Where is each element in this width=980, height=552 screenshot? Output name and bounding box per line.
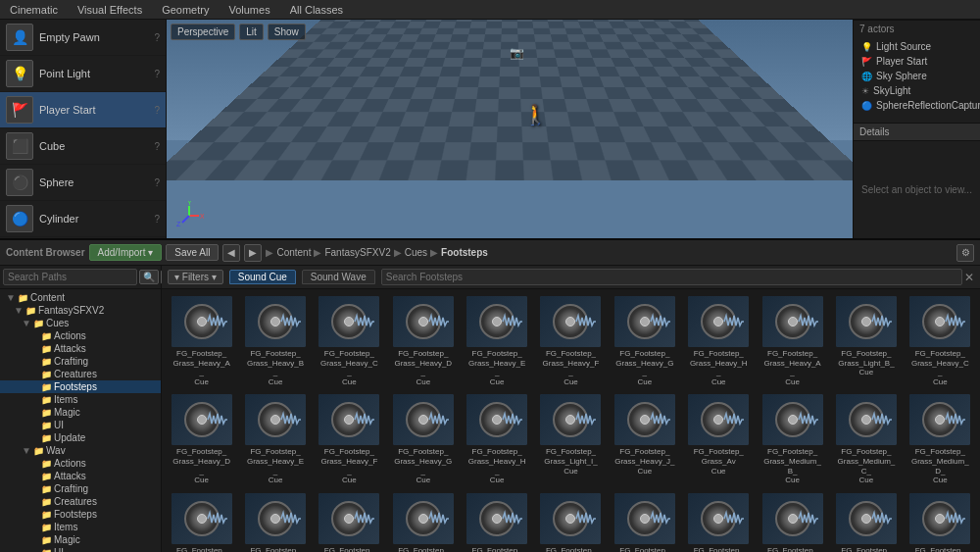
save-all-button[interactable]: Save All <box>166 244 219 261</box>
asset-item[interactable]: FG_Footstep_Grass_Medium_H_Cue <box>387 490 459 552</box>
tree-item-items[interactable]: 📁 Items <box>0 393 161 406</box>
asset-item[interactable]: FG_Footstep_Grass_Medium_E_Cue <box>905 490 976 552</box>
asset-item[interactable]: FG_Footstep_Grass_Heavy_J_Cue <box>609 391 680 487</box>
tree-label: Crafting <box>54 483 88 494</box>
breadcrumb-footsteps[interactable]: Footsteps <box>441 247 488 258</box>
asset-item[interactable]: FG_Footstep_Grass_Heavy_H_Cue <box>461 391 532 487</box>
asset-item[interactable]: FG_Footstep_Grass_Heavy_G_Cue <box>387 391 459 487</box>
world-item-player-start[interactable]: 🚩 Player Start <box>854 54 980 69</box>
topbar-item-geometry[interactable]: Geometry <box>158 2 213 18</box>
source-search-input[interactable] <box>3 269 137 285</box>
asset-item[interactable]: FG_Footstep_Grass_Light_B_Cue <box>830 293 902 389</box>
tab-sound-wave[interactable]: Sound Wave <box>302 270 375 284</box>
asset-item[interactable]: FG_Footstep_Grass_Heavy_D_Cue <box>387 293 459 389</box>
assets-grid: FG_Footstep_Grass_Heavy_A_Cue FG_Footste… <box>162 289 980 552</box>
tree-arrow: ▼ <box>22 445 31 456</box>
breadcrumb-fantasyfx[interactable]: FantasySFXV2 <box>324 247 390 258</box>
content-search-input[interactable] <box>381 269 962 285</box>
asset-item[interactable]: FG_Footstep_Grass_Heavy_F_Cue <box>535 293 607 389</box>
asset-item[interactable]: FG_Footstep_Grass_Heavy_C_Cue <box>314 293 385 389</box>
actor-item-cylinder[interactable]: 🔵 Cylinder ? <box>0 201 166 237</box>
breadcrumb-cues[interactable]: Cues <box>405 247 427 258</box>
tree-item-attacks[interactable]: 📁 Attacks <box>0 470 161 482</box>
asset-item[interactable]: FG_Footstep_Grass_Medium_K_Cue <box>609 490 680 552</box>
tree-item-ui[interactable]: 📁 UI <box>0 546 161 552</box>
tree-item-footsteps[interactable]: 📁 Footsteps <box>0 380 161 393</box>
tree-item-cues[interactable]: ▼ 📁 Cues <box>0 317 161 329</box>
tree-item-ui[interactable]: 📁 UI <box>0 419 161 431</box>
asset-item[interactable]: FG_Footstep_Grass_Medium_I_Cue <box>461 490 532 552</box>
topbar-item-volumes[interactable]: Volumes <box>224 2 273 18</box>
tree-item-fantasysfxv2[interactable]: ▼ 📁 FantasySFXV2 <box>0 304 161 317</box>
asset-item[interactable]: FG_Footstep_Grass_Medium_G_Cue <box>314 490 385 552</box>
tree-item-items[interactable]: 📁 Items <box>0 521 161 533</box>
asset-item[interactable]: FG_Footstep_Grass_Heavy_A_Cue <box>757 293 828 389</box>
asset-item[interactable]: FG_Footstep_Stone_Heavy_A_Cue <box>683 490 755 552</box>
asset-item[interactable]: FG_Footstep_Grass_Medium_E_Cue <box>166 490 237 552</box>
tree-item-wav[interactable]: ▼ 📁 Wav <box>0 444 161 457</box>
actor-item-empty-pawn[interactable]: 👤 Empty Pawn ? <box>0 20 166 56</box>
source-search-icon[interactable]: 🔍 <box>139 270 159 284</box>
asset-item[interactable]: FG_Footstep_Grass_Heavy_G_Cue <box>609 293 680 389</box>
nav-forward-button[interactable]: ▶ <box>244 244 262 262</box>
world-items-list: 💡 Light Source 🚩 Player Start 🌐 Sky Sphe… <box>854 37 980 123</box>
actor-item-point-light[interactable]: 💡 Point Light ? <box>0 56 166 92</box>
tree-item-content[interactable]: ▼ 📁 Content <box>0 291 161 304</box>
actor-item-sphere[interactable]: ⚫ Sphere ? <box>0 165 166 201</box>
asset-label: FG_Footstep_Grass_Heavy_F_Cue <box>318 447 379 484</box>
cb-settings-button[interactable]: ⚙ <box>956 244 974 262</box>
topbar-item-all-classes[interactable]: All Classes <box>286 2 347 18</box>
asset-item[interactable]: FG_Footstep_Grass_Heavy_H_Cue <box>683 293 755 389</box>
search-clear-button[interactable]: ✕ <box>964 271 974 284</box>
tree-item-creatures[interactable]: 📁 Creatures <box>0 368 161 380</box>
viewport-perspective-btn[interactable]: Perspective <box>171 24 235 40</box>
actor-help: ? <box>154 214 160 225</box>
asset-item[interactable]: FG_Footstep_Grass_AvCue <box>683 391 755 487</box>
asset-item[interactable]: FG_Footstep_Grass_Medium_D_Cue <box>905 391 976 487</box>
tree-item-actions[interactable]: 📁 Actions <box>0 329 161 342</box>
tree-item-update[interactable]: 📁 Update <box>0 431 161 444</box>
content-area: ▾ Filters ▾ Sound Cue Sound Wave ✕ FG_Fo… <box>162 266 980 552</box>
actor-item-player-start[interactable]: 🚩 Player Start ? <box>0 92 166 128</box>
world-item-spherereflectioncapture[interactable]: 🔵 SphereReflectionCapture <box>854 98 980 113</box>
tree-item-footsteps[interactable]: 📁 Footsteps <box>0 508 161 521</box>
tree-item-crafting[interactable]: 📁 Crafting <box>0 482 161 495</box>
asset-item[interactable]: FG_Footstep_Grass_Medium_B_Cue <box>757 391 828 487</box>
asset-item[interactable]: FG_Footstep_Grass_Medium_C_Cue <box>757 490 828 552</box>
tree-item-creatures[interactable]: 📁 Creatures <box>0 495 161 508</box>
asset-item[interactable]: FG_Footstep_Grass_Heavy_A_Cue <box>166 293 237 389</box>
breadcrumb-content[interactable]: Content <box>276 247 311 258</box>
tree-item-attacks[interactable]: 📁 Attacks <box>0 342 161 355</box>
asset-item[interactable]: FG_Footstep_Grass_Heavy_C_Cue <box>905 293 976 389</box>
actor-label: Cylinder <box>39 213 78 225</box>
viewport-lit-btn[interactable]: Lit <box>239 24 264 40</box>
asset-item[interactable]: FG_Footstep_Grass_Medium_D_Cue <box>830 490 902 552</box>
asset-item[interactable]: FG_Footstep_Grass_Light_I_Cue <box>535 391 607 487</box>
asset-item[interactable]: FG_Footstep_Grass_Heavy_E_Cue <box>461 293 532 389</box>
asset-item[interactable]: FG_Footstep_Grass_Medium_F_Cue <box>239 490 311 552</box>
asset-item[interactable]: FG_Footstep_Grass_Medium_C_Cue <box>830 391 902 487</box>
filters-button[interactable]: ▾ Filters ▾ <box>168 270 223 284</box>
topbar-item-visual-effects[interactable]: Visual Effects <box>74 2 146 18</box>
nav-back-button[interactable]: ◀ <box>222 244 240 262</box>
world-item-light-source[interactable]: 💡 Light Source <box>854 39 980 54</box>
viewport-show-btn[interactable]: Show <box>268 24 306 40</box>
asset-item[interactable]: FG_Footstep_Grass_Heavy_F_Cue <box>314 391 385 487</box>
asset-item[interactable]: FG_Footstep_Grass_Heavy_E_Cue <box>239 391 311 487</box>
tree-item-actions[interactable]: 📁 Actions <box>0 457 161 470</box>
asset-item[interactable]: FG_Footstep_Grass_Heavy_B_Cue <box>239 293 311 389</box>
asset-item[interactable]: FG_Footstep_Grass_Medium_J_Cue <box>535 490 607 552</box>
tree-arrow: ▼ <box>14 305 24 316</box>
asset-item[interactable]: FG_Footstep_Grass_Heavy_D_Cue <box>166 391 237 487</box>
tab-sound-cue[interactable]: Sound Cue <box>229 270 296 284</box>
viewport[interactable]: 🚶 📷 X Y Z Perspective Lit Show <box>167 20 853 238</box>
add-import-button[interactable]: Add/Import ▾ <box>89 244 163 261</box>
tree-item-magic[interactable]: 📁 Magic <box>0 533 161 546</box>
viewport-controls: Perspective Lit Show <box>171 24 306 40</box>
actor-item-cube[interactable]: ⬛ Cube ? <box>0 128 166 165</box>
tree-item-magic[interactable]: 📁 Magic <box>0 406 161 419</box>
world-item-sky-sphere[interactable]: 🌐 Sky Sphere <box>854 69 980 83</box>
world-item-skylight[interactable]: ☀ SkyLight <box>854 83 980 98</box>
topbar-item-cinematic[interactable]: Cinematic <box>6 2 62 18</box>
tree-item-crafting[interactable]: 📁 Crafting <box>0 355 161 368</box>
